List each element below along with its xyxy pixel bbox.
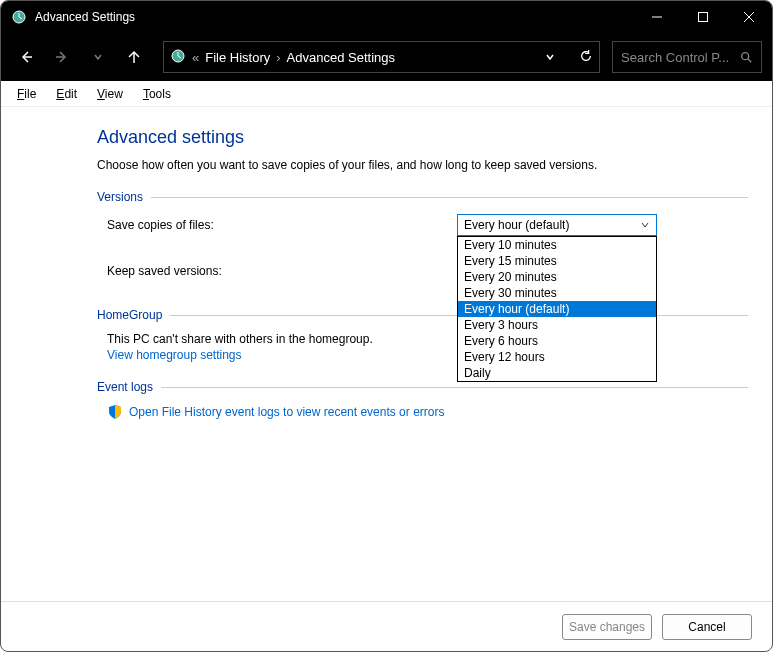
search-input[interactable]: Search Control P... xyxy=(612,41,762,73)
svg-rect-2 xyxy=(699,13,708,22)
address-dropdown-icon[interactable] xyxy=(545,50,555,65)
dropdown-option[interactable]: Every 20 minutes xyxy=(458,269,656,285)
eventlogs-link[interactable]: Open File History event logs to view rec… xyxy=(129,405,444,419)
svg-point-9 xyxy=(742,53,749,60)
refresh-button[interactable] xyxy=(579,49,593,66)
save-copies-combobox[interactable]: Every hour (default) Every 10 minutesEve… xyxy=(457,214,657,236)
dropdown-option[interactable]: Every 12 hours xyxy=(458,349,656,365)
minimize-button[interactable] xyxy=(634,1,680,33)
page-heading: Advanced settings xyxy=(97,127,748,148)
dropdown-option[interactable]: Every 15 minutes xyxy=(458,253,656,269)
dropdown-option[interactable]: Every 10 minutes xyxy=(458,237,656,253)
dropdown-option[interactable]: Every 6 hours xyxy=(458,333,656,349)
menubar: File Edit View Tools xyxy=(1,81,772,107)
menu-view[interactable]: View xyxy=(87,84,133,104)
breadcrumb-separator: › xyxy=(276,50,280,65)
search-icon xyxy=(739,50,753,64)
breadcrumb-prefix: « xyxy=(192,50,199,65)
dropdown-option[interactable]: Every 30 minutes xyxy=(458,285,656,301)
section-versions: Versions xyxy=(97,190,748,204)
dropdown-option[interactable]: Every hour (default) xyxy=(458,301,656,317)
search-placeholder: Search Control P... xyxy=(621,50,739,65)
dropdown-option[interactable]: Every 3 hours xyxy=(458,317,656,333)
save-copies-value: Every hour (default) xyxy=(464,218,640,232)
breadcrumb-root[interactable]: File History xyxy=(205,50,270,65)
close-button[interactable] xyxy=(726,1,772,33)
up-button[interactable] xyxy=(119,42,149,72)
svg-line-10 xyxy=(748,59,752,63)
save-button[interactable]: Save changes xyxy=(562,614,652,640)
breadcrumb-current[interactable]: Advanced Settings xyxy=(287,50,395,65)
keep-versions-label: Keep saved versions: xyxy=(107,264,457,278)
address-icon xyxy=(170,48,186,67)
menu-file[interactable]: File xyxy=(7,84,46,104)
section-eventlogs: Event logs xyxy=(97,380,748,394)
footer: Save changes Cancel xyxy=(1,601,772,651)
window-title: Advanced Settings xyxy=(35,10,634,24)
page-subtitle: Choose how often you want to save copies… xyxy=(97,158,748,172)
dropdown-option[interactable]: Daily xyxy=(458,365,656,381)
forward-button[interactable] xyxy=(47,42,77,72)
menu-edit[interactable]: Edit xyxy=(46,84,87,104)
shield-icon xyxy=(107,404,123,420)
app-icon xyxy=(11,9,27,25)
content-area: Advanced settings Choose how often you w… xyxy=(1,107,772,601)
recent-dropdown-button[interactable] xyxy=(83,42,113,72)
menu-tools[interactable]: Tools xyxy=(133,84,181,104)
address-bar[interactable]: « File History › Advanced Settings xyxy=(163,41,600,73)
nav-toolbar: « File History › Advanced Settings Searc… xyxy=(1,33,772,81)
back-button[interactable] xyxy=(11,42,41,72)
cancel-button[interactable]: Cancel xyxy=(662,614,752,640)
maximize-button[interactable] xyxy=(680,1,726,33)
save-copies-label: Save copies of files: xyxy=(107,218,457,232)
save-copies-dropdown: Every 10 minutesEvery 15 minutesEvery 20… xyxy=(457,236,657,382)
titlebar: Advanced Settings xyxy=(1,1,772,33)
chevron-down-icon xyxy=(640,220,650,230)
